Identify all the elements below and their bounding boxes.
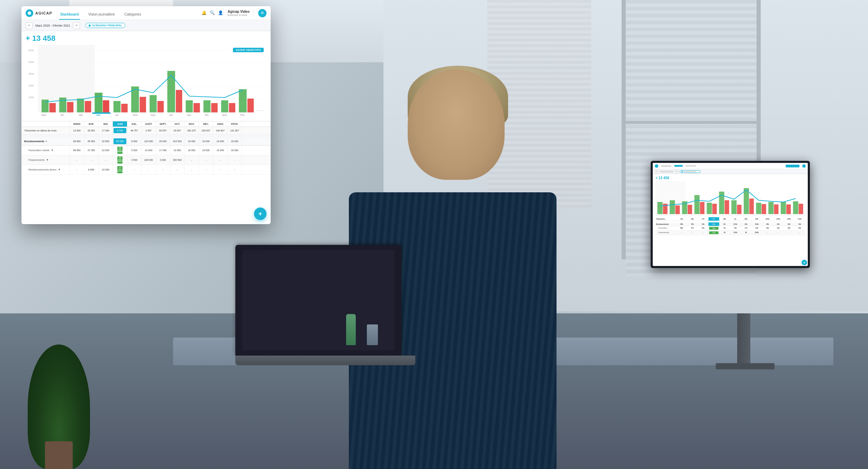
svg-text:Avr.: Avr. [61, 114, 64, 116]
window-frame-v [622, 0, 626, 259]
fact-aout: 14 000 [142, 146, 156, 155]
svg-rect-54 [193, 103, 200, 112]
svg-rect-19 [737, 205, 741, 214]
financements-label[interactable]: Financements ▼ [21, 155, 70, 165]
tresorerie-sept: 60 557 [156, 127, 170, 134]
encaissements-label[interactable]: Encaissements ▼ [21, 137, 70, 145]
table-headers: MARS AVR. MAI JUIN JUIL. AOÛT SEPT. OCT.… [21, 121, 271, 127]
svg-rect-49 [150, 95, 156, 112]
tresorerie-mai: 17 494 [99, 127, 113, 134]
svg-rect-38 [49, 103, 56, 112]
main-dashboard-screen: AGICAP Dashboard Vision journalière Caté… [21, 6, 271, 224]
fact-avr: 37 350 [84, 146, 98, 155]
svg-text:Janv.: Janv. [222, 114, 228, 116]
tresorerie-juil: 48 757 [127, 127, 142, 134]
svg-rect-22 [774, 204, 778, 214]
tab-vision-journaliere[interactable]: Vision journalière [87, 12, 116, 20]
svg-rect-43 [95, 93, 103, 112]
svg-text:Août: Août [133, 114, 137, 116]
enc-mars: 68 850 [70, 137, 84, 145]
secondary-monitor: < > + 13 458 [651, 161, 810, 268]
tab-categories[interactable]: Catégories [123, 12, 143, 20]
header-right: 🔔 🔍 👤 Agicap Video Exercice à venir ⚙ [201, 9, 266, 17]
fin-mars: - [70, 155, 84, 165]
svg-rect-56 [211, 103, 217, 112]
fact-juil: 5 000 [127, 146, 142, 155]
col-header-mars: MARS [70, 121, 84, 127]
tab-dashboard[interactable]: Dashboard [59, 12, 80, 20]
objectifs-button[interactable]: SAISIR OBJECTIFS [233, 48, 264, 52]
remboursements-label[interactable]: Remboursements divers ▼ [21, 165, 70, 174]
fact-janv: 16 000 [213, 146, 227, 155]
chevron-financements: ▼ [46, 158, 49, 162]
fab-add-button[interactable]: + [254, 208, 266, 220]
svg-rect-10 [768, 202, 774, 214]
svg-rect-15 [688, 205, 692, 214]
secondary-screen: < > + 13 458 [653, 163, 808, 266]
col-header-sept: SEPT. [156, 121, 170, 127]
chart-section: + 13 458 SAISIR OBJECTIFS 500k 400k 300k… [21, 31, 271, 121]
svg-rect-44 [103, 100, 109, 112]
company-name: Agicap Video [228, 10, 250, 13]
desk-cup [367, 324, 378, 345]
svg-rect-11 [781, 202, 786, 214]
notification-icon[interactable]: 🔔 [201, 10, 207, 16]
person-head [408, 69, 505, 180]
tresorerie-mars: 10 000 [70, 127, 84, 134]
svg-rect-14 [675, 205, 680, 214]
row-facturation: Facturation clients ▼ 68 850 37 350 22 6… [21, 146, 271, 155]
tresorerie-nov: 282 257 [184, 127, 199, 134]
svg-rect-59 [239, 89, 247, 112]
svg-text:400k: 400k [28, 61, 34, 64]
fin-fevr: - [228, 155, 242, 165]
monitor-base [716, 363, 775, 369]
svg-rect-55 [204, 100, 210, 112]
monitor-stand [737, 313, 750, 369]
data-table: MARS AVR. MAI JUIN JUIL. AOÛT SEPT. OCT.… [21, 121, 271, 175]
col-header-aout: AOÛT [142, 121, 156, 127]
svg-text:Mai: Mai [79, 114, 83, 116]
svg-text:Déc.: Déc. [205, 114, 209, 116]
plant-container [21, 324, 97, 469]
svg-rect-7 [731, 200, 736, 214]
row-spacer-1 [21, 135, 271, 137]
settings-button[interactable]: ⚙ [258, 9, 266, 17]
person-neck [404, 166, 522, 235]
svg-text:Oct.: Oct. [169, 114, 173, 116]
remb-aout: - [142, 165, 156, 174]
svg-rect-2 [670, 200, 675, 214]
fin-dec: - [199, 155, 213, 165]
svg-rect-48 [140, 97, 146, 112]
fact-nov: 18 000 [184, 146, 199, 155]
remb-oct: - [170, 165, 184, 174]
search-icon[interactable]: 🔍 [210, 10, 215, 16]
svg-rect-53 [186, 100, 193, 112]
enc-aout: 120 000 [142, 137, 156, 145]
tresorerie-fevr: 141 907 [228, 127, 242, 134]
next-period-button[interactable]: > [73, 22, 80, 29]
scenario-dot [89, 25, 91, 27]
prev-period-button[interactable]: < [26, 22, 33, 29]
col-header-label [21, 121, 70, 127]
svg-rect-21 [762, 204, 766, 214]
date-range-display: Mars 2020 - Février 2021 [35, 24, 70, 27]
fin-janv: - [213, 155, 227, 165]
fact-sept: 17 000 [156, 146, 170, 155]
svg-rect-16 [700, 202, 705, 214]
remb-nov: - [184, 165, 199, 174]
svg-rect-45 [114, 101, 120, 112]
enc-juil: 8 500 [127, 137, 142, 145]
row-financements: Financements ▼ - - - 43 000 3 500 106 00… [21, 155, 271, 165]
scenario-badge[interactable]: SCÉNARIO PRINCIPAL [85, 23, 125, 28]
fact-fevr: 16 000 [228, 146, 242, 155]
tresorerie-dec: 226 507 [199, 127, 213, 134]
facturation-label[interactable]: Facturation clients ▼ [21, 146, 70, 155]
remb-sept: - [156, 165, 170, 174]
fact-oct: 19 000 [170, 146, 184, 155]
svg-rect-40 [67, 102, 73, 112]
user-icon[interactable]: 👤 [218, 10, 224, 16]
row-encaissements: Encaissements ▼ 68 850 45 950 32 600 89 … [21, 137, 271, 146]
svg-rect-17 [712, 204, 717, 214]
svg-rect-4 [694, 195, 699, 214]
logo: AGICAP [26, 9, 52, 17]
